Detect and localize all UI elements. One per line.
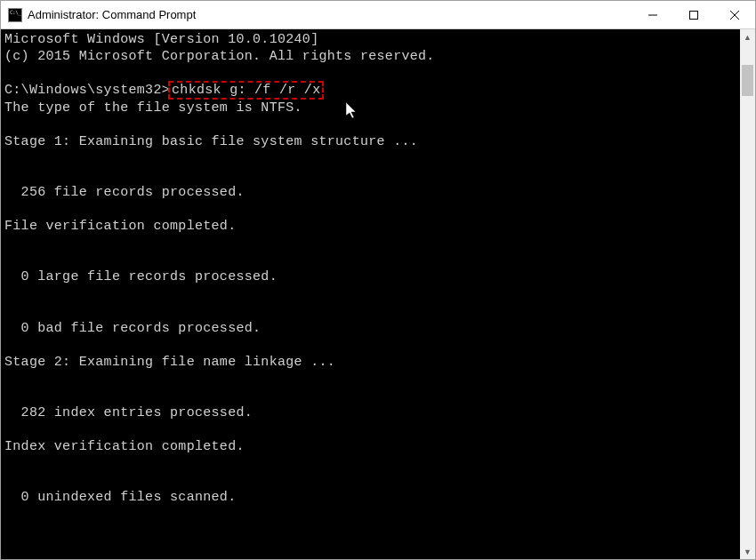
scroll-up-button[interactable]: ▲ bbox=[740, 29, 755, 44]
output-line: Index verification completed. bbox=[4, 438, 736, 455]
prompt: C:\Windows\system32> bbox=[4, 83, 170, 98]
output-line: The type of the file system is NTFS. bbox=[4, 100, 736, 116]
command-prompt-window: Administrator: Command Prompt Microsoft … bbox=[0, 0, 756, 560]
maximize-button[interactable] bbox=[673, 1, 714, 28]
svg-rect-1 bbox=[690, 11, 698, 19]
window-title: Administrator: Command Prompt bbox=[28, 8, 632, 21]
window-controls bbox=[632, 1, 755, 28]
cmd-icon bbox=[8, 8, 22, 22]
scroll-thumb[interactable] bbox=[742, 65, 753, 96]
minimize-button[interactable] bbox=[632, 1, 673, 28]
output-line: 282 index entries processed. bbox=[4, 404, 736, 421]
output-line: Stage 2: Examining file name linkage ... bbox=[4, 354, 736, 371]
output-line: File verification completed. bbox=[4, 218, 736, 235]
output-line: 0 unindexed files scanned. bbox=[4, 489, 736, 506]
titlebar[interactable]: Administrator: Command Prompt bbox=[1, 1, 755, 29]
output-line: 0 large file records processed. bbox=[4, 268, 736, 285]
banner-line: (c) 2015 Microsoft Corporation. All righ… bbox=[4, 48, 736, 65]
banner-line: Microsoft Windows [Version 10.0.10240] bbox=[4, 31, 736, 48]
command-highlight: chkdsk g: /f /r /x bbox=[168, 81, 324, 100]
typed-command: chkdsk g: /f /r /x bbox=[172, 83, 320, 98]
output-line: 0 bad file records processed. bbox=[4, 320, 736, 337]
output-line: Stage 1: Examining basic file system str… bbox=[4, 133, 736, 150]
console-output[interactable]: Microsoft Windows [Version 10.0.10240](c… bbox=[1, 29, 740, 559]
console-area: Microsoft Windows [Version 10.0.10240](c… bbox=[1, 29, 755, 559]
close-icon bbox=[730, 11, 739, 20]
maximize-icon bbox=[689, 11, 698, 20]
output-line: 256 file records processed. bbox=[4, 184, 736, 201]
vertical-scrollbar[interactable]: ▲ ▼ bbox=[740, 29, 755, 559]
minimize-icon bbox=[648, 11, 657, 20]
close-button[interactable] bbox=[714, 1, 755, 28]
scroll-down-button[interactable]: ▼ bbox=[740, 544, 755, 559]
